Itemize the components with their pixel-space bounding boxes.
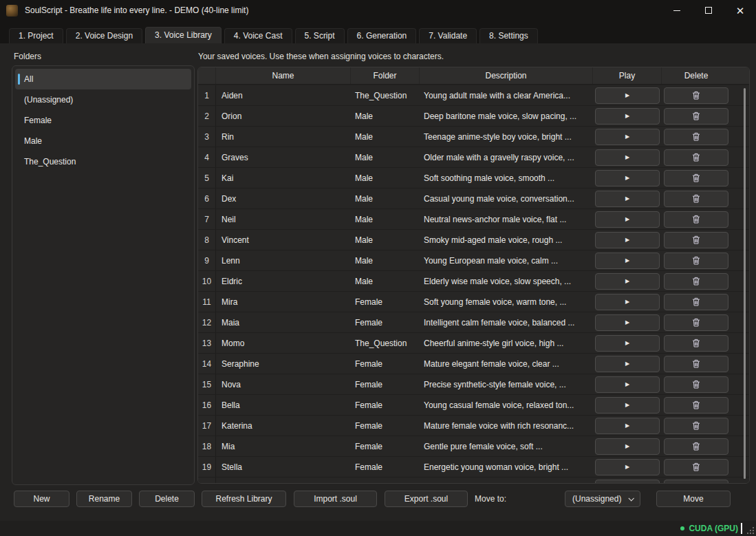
table-row[interactable]: 14 Seraphine Female Mature elegant femal…: [198, 354, 749, 374]
table-scrollbar[interactable]: [744, 88, 746, 479]
header-folder[interactable]: Folder: [351, 67, 420, 84]
tab-5-script[interactable]: 5. Script: [295, 28, 345, 43]
import-soul-button[interactable]: Import .soul: [294, 491, 377, 507]
maximize-button[interactable]: [693, 0, 724, 21]
move-button[interactable]: Move: [656, 491, 731, 507]
delete-button[interactable]: [664, 459, 728, 475]
play-button[interactable]: ▶: [595, 356, 660, 372]
delete-button[interactable]: [664, 211, 728, 228]
voices-caption: Your saved voices. Use these when assign…: [198, 52, 444, 61]
delete-button[interactable]: [664, 480, 728, 484]
table-row[interactable]: 4 Graves Male Older male with a gravelly…: [198, 147, 749, 168]
header-play[interactable]: Play: [593, 67, 662, 84]
play-button[interactable]: ▶: [595, 438, 660, 455]
table-row[interactable]: 3 Rin Male Teenage anime-style boy voice…: [198, 127, 749, 147]
play-button[interactable]: ▶: [595, 397, 660, 414]
move-to-dropdown[interactable]: (Unassigned): [565, 491, 640, 507]
device-status: CUDA (GPU): [689, 524, 738, 533]
voice-folder: Male: [351, 189, 420, 208]
folder-item-all[interactable]: All: [15, 69, 191, 89]
table-row[interactable]: 5 Kai Male Soft soothing male voice, smo…: [198, 168, 749, 189]
row-number: 12: [198, 312, 216, 332]
table-row[interactable]: 19 Stella Female Energetic young woman v…: [198, 457, 749, 478]
play-button[interactable]: ▶: [595, 480, 660, 484]
delete-button[interactable]: [664, 170, 728, 186]
tab-3-voice-library[interactable]: 3. Voice Library: [145, 27, 222, 43]
delete-button[interactable]: [664, 108, 728, 125]
delete-button[interactable]: [664, 314, 728, 331]
export-soul-button[interactable]: Export .soul: [385, 491, 468, 507]
folder-item-female[interactable]: Female: [15, 110, 191, 131]
delete-button[interactable]: [664, 149, 728, 166]
delete-button[interactable]: [664, 418, 728, 434]
delete-button[interactable]: [664, 356, 728, 372]
tab-6-generation[interactable]: 6. Generation: [347, 28, 417, 43]
table-row[interactable]: 12 Maia Female Intelligent calm female v…: [198, 312, 749, 333]
tab-7-validate[interactable]: 7. Validate: [419, 28, 477, 43]
play-button[interactable]: ▶: [595, 294, 660, 310]
voice-name: Mira: [216, 292, 351, 312]
table-row[interactable]: 8 Vincent Male Smoky mid-aged male voice…: [198, 230, 749, 250]
play-button[interactable]: ▶: [595, 191, 660, 207]
delete-button[interactable]: [664, 129, 728, 145]
play-button[interactable]: ▶: [595, 314, 660, 331]
folder-item-unassigned[interactable]: (Unassigned): [15, 89, 191, 110]
table-row[interactable]: 7 Neil Male Neutral news-anchor male voi…: [198, 209, 749, 230]
play-button[interactable]: ▶: [595, 149, 660, 166]
table-row[interactable]: 16 Bella Female Young casual female voic…: [198, 395, 749, 416]
footer-toolbar: New Rename Delete Refresh Library Import…: [0, 491, 756, 507]
table-row[interactable]: 15 Nova Female Precise synthetic-style f…: [198, 374, 749, 395]
trash-icon: [692, 256, 700, 265]
header-name[interactable]: Name: [216, 67, 351, 84]
delete-button[interactable]: [664, 253, 728, 269]
close-button[interactable]: ✕: [724, 0, 756, 21]
table-row[interactable]: 2 Orion Male Deep baritone male voice, s…: [198, 106, 749, 127]
table-row[interactable]: 6 Dex Male Casual young male voice, conv…: [198, 189, 749, 209]
delete-button[interactable]: [664, 232, 728, 248]
tab-2-voice-design[interactable]: 2. Voice Design: [66, 28, 142, 43]
row-number: 10: [198, 271, 216, 291]
table-row[interactable]: 1 Aiden The_Question Young adult male wi…: [198, 85, 749, 106]
table-row[interactable]: 9 Lenn Male Young European male voice, c…: [198, 250, 749, 271]
play-button[interactable]: ▶: [595, 129, 660, 145]
play-button[interactable]: ▶: [595, 232, 660, 248]
play-button[interactable]: ▶: [595, 253, 660, 269]
folder-item-male[interactable]: Male: [15, 131, 191, 151]
play-button[interactable]: ▶: [595, 108, 660, 125]
delete-button[interactable]: [664, 191, 728, 207]
delete-button[interactable]: [664, 397, 728, 414]
tab-8-settings[interactable]: 8. Settings: [479, 28, 538, 43]
delete-folder-button[interactable]: Delete: [139, 491, 195, 507]
refresh-library-button[interactable]: Refresh Library: [202, 491, 286, 507]
table-row[interactable]: 17 Katerina Female Mature female voice w…: [198, 416, 749, 436]
tab-4-voice-cast[interactable]: 4. Voice Cast: [224, 28, 292, 43]
play-button[interactable]: ▶: [595, 418, 660, 434]
delete-button[interactable]: [664, 335, 728, 352]
voice-name: Neil: [216, 209, 351, 229]
folder-item-the-question[interactable]: The_Question: [15, 151, 191, 172]
play-button[interactable]: ▶: [595, 376, 660, 393]
play-button[interactable]: ▶: [595, 211, 660, 228]
table-row[interactable]: 18 Mia Female Gentle pure female voice, …: [198, 436, 749, 457]
delete-button[interactable]: [664, 294, 728, 310]
new-folder-button[interactable]: New: [14, 491, 69, 507]
header-description[interactable]: Description: [420, 67, 593, 84]
header-delete[interactable]: Delete: [662, 67, 731, 84]
delete-button[interactable]: [664, 273, 728, 290]
play-button[interactable]: ▶: [595, 335, 660, 352]
play-button[interactable]: ▶: [595, 273, 660, 290]
table-row[interactable]: 20 Elara Female Whisper female voice, qu…: [198, 478, 749, 483]
play-button[interactable]: ▶: [595, 170, 660, 186]
delete-button[interactable]: [664, 376, 728, 393]
play-button[interactable]: ▶: [595, 459, 660, 475]
resize-grip[interactable]: [746, 526, 755, 535]
delete-button[interactable]: [664, 87, 728, 104]
table-row[interactable]: 13 Momo The_Question Cheerful anime-styl…: [198, 333, 749, 354]
rename-folder-button[interactable]: Rename: [76, 491, 132, 507]
play-button[interactable]: ▶: [595, 87, 660, 104]
tab-1-project[interactable]: 1. Project: [9, 28, 63, 43]
minimize-button[interactable]: [661, 0, 693, 21]
table-row[interactable]: 11 Mira Female Soft young female voice, …: [198, 292, 749, 312]
delete-button[interactable]: [664, 438, 728, 455]
table-row[interactable]: 10 Eldric Male Elderly wise male voice, …: [198, 271, 749, 292]
